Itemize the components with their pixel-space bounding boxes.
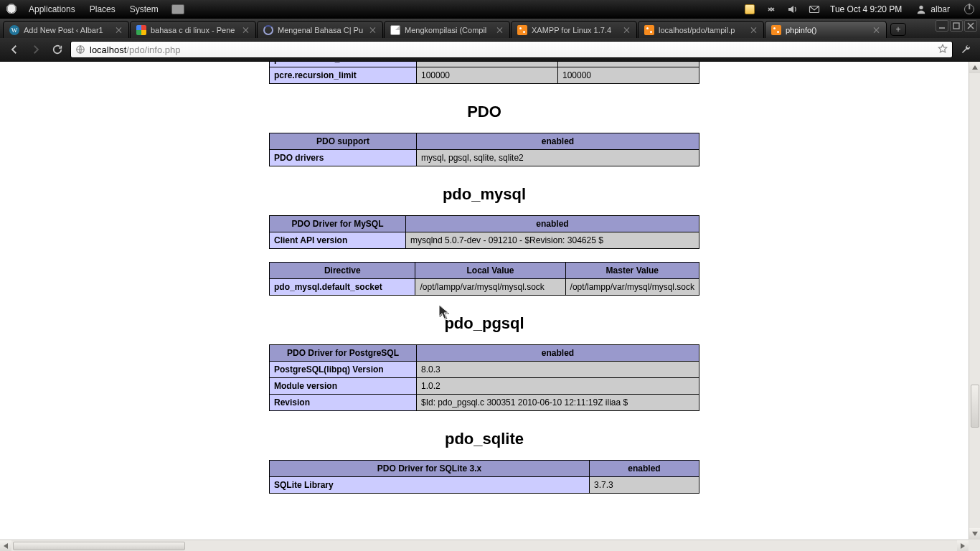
clock[interactable]: Tue Oct 4 9:20 PM	[830, 4, 902, 14]
tab-1[interactable]: W Add New Post ‹ Albar1	[3, 21, 129, 38]
scrollbar-corner	[969, 540, 980, 551]
col-header: PDO support	[270, 133, 417, 150]
bookmark-star-icon[interactable]	[938, 44, 948, 56]
table-row: SQLite Library 3.7.3	[270, 477, 699, 494]
pcre-directives-table: pcre.backtrack_limit 100000 100000 pcre.…	[269, 62, 699, 84]
page-viewport: pcre.backtrack_limit 100000 100000 pcre.…	[0, 62, 980, 551]
tab-5[interactable]: XAMPP for Linux 1.7.4	[511, 21, 637, 38]
cell-name: Client API version	[270, 232, 406, 249]
scroll-down-button[interactable]	[969, 528, 980, 540]
table-row: pcre.recursion_limit 100000 100000	[270, 67, 699, 84]
table-header-row: Directive Local Value Master Value	[270, 263, 699, 279]
new-tab-button[interactable]: +	[890, 23, 906, 36]
directive-name: pdo_mysql.default_socket	[270, 279, 415, 296]
url-host: localhost	[90, 44, 126, 55]
menu-places[interactable]: Places	[83, 4, 123, 14]
tab-title: Add New Post ‹ Albar1	[24, 26, 111, 34]
col-header: enabled	[417, 345, 699, 362]
table-row: pcre.backtrack_limit 100000 100000	[270, 62, 699, 67]
tab-6[interactable]: localhost/pdo/tampil.p	[638, 21, 764, 38]
col-header: Master Value	[565, 263, 699, 279]
close-icon[interactable]	[623, 27, 631, 34]
svg-point-1	[920, 6, 923, 9]
forward-button[interactable]	[27, 41, 44, 58]
close-icon[interactable]	[496, 27, 504, 34]
volume-tray-icon[interactable]	[787, 4, 798, 15]
directive-name: pcre.recursion_limit	[270, 67, 417, 84]
col-header: Directive	[270, 263, 415, 279]
page-content: pcre.backtrack_limit 100000 100000 pcre.…	[0, 62, 969, 540]
window-maximize-button[interactable]	[950, 20, 963, 32]
tab-4[interactable]: Mengkompilasi (Compil	[384, 21, 510, 38]
cell-value: 3.7.3	[590, 477, 699, 494]
window-minimize-button[interactable]	[936, 20, 948, 32]
network-tray-icon[interactable]	[765, 4, 777, 15]
cell-value: mysqlnd 5.0.7-dev - 091210 - $Revision: …	[406, 232, 699, 249]
file-manager-tray-icon[interactable]	[744, 4, 755, 15]
table-row: PDO drivers mysql, pgsql, sqlite, sqlite…	[270, 150, 699, 166]
section-heading-pdo-mysql: pdo_mysql	[443, 185, 526, 204]
tab-title: Mengkompilasi (Compil	[405, 26, 492, 34]
close-icon[interactable]	[873, 27, 880, 34]
browser-toolbar: localhost/pdo/info.php	[0, 38, 980, 62]
close-icon[interactable]	[369, 27, 377, 34]
scroll-up-button[interactable]	[969, 62, 980, 73]
xampp-icon	[644, 25, 654, 35]
directive-name: pcre.backtrack_limit	[270, 62, 417, 67]
col-header: PDO Driver for PostgreSQL	[270, 345, 417, 362]
tab-title: localhost/pdo/tampil.p	[659, 26, 746, 34]
power-icon[interactable]	[964, 4, 974, 14]
window-close-button[interactable]	[964, 20, 977, 32]
username-label: albar	[930, 4, 950, 14]
tab-strip: W Add New Post ‹ Albar1 bahasa c di linu…	[0, 19, 980, 38]
horizontal-scroll-thumb[interactable]	[13, 542, 185, 550]
close-icon[interactable]	[242, 27, 250, 34]
close-icon[interactable]	[750, 27, 758, 34]
cell-name: Revision	[270, 395, 417, 411]
table-row: Module version 1.0.2	[270, 378, 699, 395]
scroll-left-button[interactable]	[0, 540, 11, 551]
cell-name: Module version	[270, 378, 417, 395]
menu-applications[interactable]: Applications	[22, 4, 83, 14]
table-row: Revision $Id: pdo_pgsql.c 300351 2010-06…	[270, 395, 699, 411]
pdo-mysql-directives-table: Directive Local Value Master Value pdo_m…	[269, 262, 699, 296]
col-header: PDO Driver for MySQL	[270, 216, 406, 232]
menu-system[interactable]: System	[123, 4, 166, 14]
section-heading-pdo-pgsql: pdo_pgsql	[444, 314, 524, 333]
distro-logo-icon	[6, 4, 17, 15]
close-icon[interactable]	[116, 27, 123, 34]
pdo-sqlite-table: PDO Driver for SQLite 3.x enabled SQLite…	[269, 460, 699, 494]
col-header: Local Value	[415, 263, 565, 279]
spinner-icon	[263, 25, 273, 35]
col-header: enabled	[590, 461, 699, 477]
panel-launcher-icon[interactable]	[171, 4, 184, 14]
vertical-scroll-thumb[interactable]	[971, 385, 979, 428]
directive-local: 100000	[417, 62, 558, 67]
tab-2[interactable]: bahasa c di linux - Pene	[130, 21, 256, 38]
table-row: pdo_mysql.default_socket /opt/lampp/var/…	[270, 279, 699, 296]
back-button[interactable]	[6, 41, 23, 58]
page-icon	[390, 25, 400, 35]
tab-title: XAMPP for Linux 1.7.4	[532, 26, 619, 34]
scroll-right-button[interactable]	[957, 540, 969, 551]
col-header: PDO Driver for SQLite 3.x	[270, 461, 590, 477]
tab-3[interactable]: Mengenal Bahasa C| Pu	[257, 21, 383, 38]
directive-local: /opt/lampp/var/mysql/mysql.sock	[415, 279, 565, 296]
xampp-icon	[517, 25, 527, 35]
wrench-menu-button[interactable]	[957, 41, 974, 58]
cell-name: SQLite Library	[270, 477, 590, 494]
directive-master: /opt/lampp/var/mysql/mysql.sock	[565, 279, 699, 296]
col-header: enabled	[417, 133, 699, 150]
directive-master: 100000	[558, 67, 699, 84]
table-header-row: PDO Driver for SQLite 3.x enabled	[270, 461, 699, 477]
horizontal-scrollbar[interactable]	[0, 540, 969, 551]
mail-tray-icon[interactable]	[809, 4, 820, 15]
user-indicator[interactable]: albar	[912, 4, 954, 14]
address-bar[interactable]: localhost/pdo/info.php	[70, 41, 953, 58]
tab-7-active[interactable]: phpinfo()	[765, 21, 887, 38]
col-header: enabled	[406, 216, 699, 232]
cell-value: $Id: pdo_pgsql.c 300351 2010-06-10 12:11…	[417, 395, 699, 411]
reload-button[interactable]	[49, 41, 66, 58]
vertical-scrollbar[interactable]	[969, 62, 980, 540]
pdo-mysql-table: PDO Driver for MySQL enabled Client API …	[269, 215, 699, 249]
